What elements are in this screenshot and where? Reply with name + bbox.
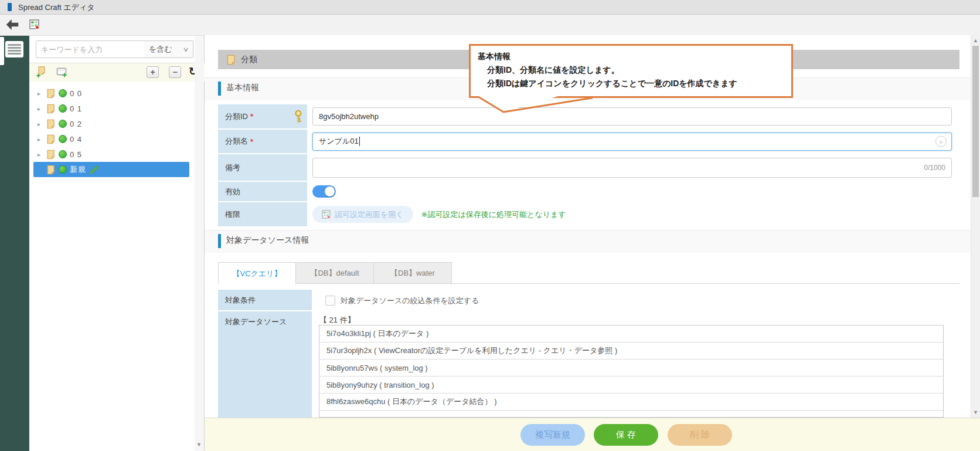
- tree-item[interactable]: ▸ 0 1: [33, 101, 189, 116]
- back-button[interactable]: [5, 18, 19, 31]
- expand-arrow-icon[interactable]: ▸: [38, 151, 46, 158]
- field-label: 有効: [225, 186, 240, 197]
- status-dot-icon: [59, 89, 67, 97]
- app-title: Spread Craft エディタ: [18, 2, 95, 13]
- tree-item[interactable]: ▸ 0 2: [33, 116, 189, 131]
- top-toolbar: [0, 15, 980, 36]
- search-input[interactable]: [36, 40, 145, 58]
- required-mark: *: [250, 137, 253, 146]
- status-dot-icon: [59, 165, 67, 174]
- datasource-count: 【 21 件】: [319, 315, 355, 325]
- expand-arrow-icon[interactable]: ▸: [38, 90, 46, 97]
- clear-icon[interactable]: ×: [935, 136, 947, 147]
- expand-arrow-icon[interactable]: ▸: [38, 136, 46, 143]
- menu-hamburger-button[interactable]: [5, 41, 23, 57]
- expand-arrow-icon[interactable]: ▸: [38, 106, 46, 112]
- form-row-permission: 権限 認可設定画面を開く ※認可設定は保存後に処理可能となります: [218, 202, 959, 226]
- datasource-row: 対象データソース 【 21 件】 5i7o4o3kli1pj ( 日本のデータ …: [218, 311, 959, 418]
- add-panel-icon[interactable]: [56, 66, 68, 78]
- expand-all-button[interactable]: +: [147, 66, 159, 78]
- tree-panel: を含む ∨ + − ↻ ▸ 0 0 ▸ 0 1 ▸ 0 2: [29, 36, 205, 451]
- scroll-up-icon[interactable]: ▲: [973, 38, 978, 43]
- tree-item-label: 0 1: [70, 104, 82, 113]
- edit-pencil-icon: [90, 165, 99, 174]
- form-row-enabled: 有効: [218, 182, 959, 201]
- datasource-list: 5i7o4o3kli1pj ( 日本のデータ ) 5i7ur3opljh2x (…: [319, 325, 944, 418]
- folder-icon: [46, 104, 56, 114]
- section-title-basic: 基本情報: [226, 83, 259, 93]
- panel-collapse-handle[interactable]: [0, 37, 4, 65]
- tree-item-label: 0 5: [70, 150, 82, 159]
- tab-vc-query[interactable]: 【VCクエリ】: [218, 262, 296, 284]
- delete-button[interactable]: 削 除: [668, 424, 732, 446]
- spreadsheet-icon[interactable]: [29, 19, 39, 29]
- tree-item[interactable]: ▸ 0 4: [33, 131, 189, 147]
- save-button[interactable]: 保 存: [594, 424, 658, 446]
- condition-checkbox[interactable]: [325, 296, 335, 306]
- main-panel: 分類 基本情報 分類ID * 8gv5ojbh2utwehp 分類名 *: [205, 35, 980, 451]
- tree-scrollbar[interactable]: ▼: [195, 36, 204, 451]
- permission-note: ※認可設定は保存後に処理可能となります: [421, 209, 566, 220]
- tree-item[interactable]: ▸ 0 5: [33, 147, 189, 162]
- copy-new-button[interactable]: 複写新規: [520, 424, 585, 446]
- tab-db-default[interactable]: 【DB】default: [296, 262, 374, 284]
- note-input[interactable]: 0/1000: [312, 158, 952, 178]
- list-item[interactable]: 5i7ur3opljh2x ( ViewCreatorの設定テーブルを利用したク…: [319, 343, 943, 360]
- form-row-name: 分類名 * サンプル01 ×: [218, 130, 959, 153]
- folder-icon: [46, 165, 56, 175]
- char-counter: 0/1000: [924, 164, 945, 172]
- field-label: 分類ID: [225, 111, 248, 122]
- list-item[interactable]: 5i7o4o3kli1pj ( 日本のデータ ): [319, 325, 943, 343]
- tree-item-label: 0 0: [70, 89, 82, 98]
- add-folder-icon[interactable]: [36, 66, 47, 78]
- main-scrollbar[interactable]: ▲ ▼: [971, 35, 980, 418]
- field-label-cell: 対象データソース: [218, 311, 312, 418]
- section-accent-bar: [218, 234, 221, 248]
- tooltip-tail: [471, 96, 594, 115]
- tab-db-water[interactable]: 【DB】water: [374, 262, 452, 284]
- name-input[interactable]: サンプル01 ×: [312, 133, 952, 151]
- folder-icon: [46, 134, 56, 144]
- list-item[interactable]: [319, 411, 943, 418]
- condition-checkbox-label: 対象データソースの絞込条件を設定する: [341, 296, 479, 306]
- match-type-select[interactable]: を含む ∨: [144, 40, 193, 58]
- field-label-cell: 分類名 *: [218, 130, 307, 153]
- field-label-cell: 対象条件: [218, 290, 312, 310]
- status-dot-icon: [59, 135, 67, 143]
- left-rail: [0, 36, 29, 451]
- tree-item[interactable]: ▸ 0 0: [33, 86, 189, 101]
- key-icon[interactable]: [294, 110, 302, 124]
- folder-icon: [46, 119, 56, 129]
- open-permission-button[interactable]: 認可設定画面を開く: [312, 206, 413, 223]
- collapse-all-button[interactable]: −: [169, 66, 181, 78]
- folder-icon: [46, 89, 56, 99]
- scroll-down-icon[interactable]: ▼: [196, 442, 202, 447]
- tree-item-label: 0 2: [70, 120, 82, 128]
- enabled-toggle[interactable]: [312, 185, 336, 198]
- field-label-cell: 備考: [218, 154, 307, 181]
- spreadsheet-icon: [322, 210, 331, 219]
- folder-icon: [46, 150, 56, 160]
- list-item[interactable]: 8fhl6zaswe6qchu ( 日本のデータ（データ結合） ): [319, 394, 943, 411]
- toggle-knob: [325, 186, 335, 196]
- section-accent-bar: [218, 82, 221, 96]
- action-footer: 複写新規 保 存 削 除: [205, 418, 980, 451]
- field-label: 権限: [225, 209, 240, 220]
- tooltip-line: 分類ID、分類名に値を設定します。: [487, 63, 791, 77]
- tree-item-selected[interactable]: 新規: [33, 162, 189, 177]
- list-item[interactable]: 5ib8yonru57ws ( system_log ): [319, 360, 943, 377]
- help-tooltip: 基本情報 分類ID、分類名に値を設定します。 分類IDは鍵アイコンをクリックする…: [469, 44, 793, 98]
- tooltip-line: 分類IDは鍵アイコンをクリックすることで一意のIDを作成できます: [487, 77, 791, 90]
- form-row-note: 備考 0/1000: [218, 154, 959, 181]
- expand-arrow-icon[interactable]: ▸: [38, 121, 46, 127]
- tree-item-label: 0 4: [70, 135, 82, 144]
- section-title-datasource: 対象データソース情報: [226, 235, 309, 246]
- tree-toolbar: + − ↻: [29, 63, 205, 82]
- field-label-cell: 分類ID *: [218, 104, 307, 128]
- chevron-down-icon: ∨: [182, 46, 189, 53]
- scrollbar-thumb[interactable]: [972, 46, 979, 197]
- id-value: 8gv5ojbh2utwehp: [319, 112, 379, 121]
- list-item[interactable]: 5ib8yony9uhzy ( transition_log ): [319, 377, 943, 394]
- scroll-down-icon[interactable]: ▼: [973, 409, 978, 415]
- id-input[interactable]: 8gv5ojbh2utwehp: [312, 107, 952, 126]
